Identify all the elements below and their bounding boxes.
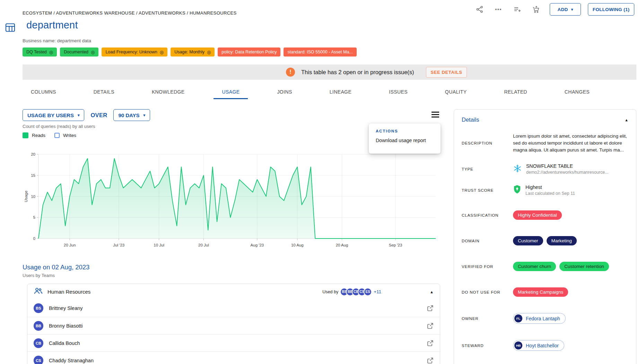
following-button[interactable]: FOLLOWING (1) [588,3,634,16]
open-in-new-icon[interactable] [427,305,434,312]
steward-chip[interactable]: HB Hoyt Batchellor [513,340,564,351]
tab-joins[interactable]: JOINS [269,85,300,99]
domain-tag[interactable]: Customer [513,236,543,245]
asset-page: ECOSYSTEM / ADVENTUREWORKS WAREHOUSE / A… [0,0,644,364]
avatar: HB [514,341,522,349]
tab-lineage[interactable]: LINEAGE [321,85,360,99]
top-actions: ⋯ ADD ▾ FOLLOWING (1) [476,3,634,16]
team-name: Human Resources [47,289,90,295]
user-name: Chaddy Stranaghan [49,358,94,363]
classification-tag[interactable]: Highly Confidential [513,210,562,220]
collapse-icon[interactable]: ▲ [625,118,628,122]
open-in-new-icon[interactable] [427,357,434,364]
actions-menu-heading: ACTIONS [369,123,441,133]
user-name: Brittney Sleany [49,305,83,311]
svg-text:Jul '23: Jul '23 [113,243,124,247]
menu-item-download-usage-report[interactable]: Download usage report [369,133,441,148]
seal-icon: ◎ [207,50,211,55]
reads-swatch [23,132,28,138]
avatar: CS [34,356,43,364]
detail-row-classification: CLASSIFICATION Highly Confidential [462,210,628,220]
metric-dropdown[interactable]: USAGE BY USERS ▾ [23,109,84,121]
avatar-overflow-count[interactable]: +11 [374,289,381,294]
add-to-list-icon[interactable] [513,5,521,14]
team-card-header[interactable]: Human Resources Used by BS BB CB CS ES +… [27,284,440,300]
used-by-label: Used by [322,289,338,294]
type-name[interactable]: SNOWFLAKE TABLE [526,163,609,169]
verified-tag[interactable]: Customer retention [559,262,609,271]
badge-policy[interactable]: policy: Data Retention Policy [218,47,280,57]
avatar[interactable]: ES [364,288,372,296]
badge-load-frequency[interactable]: Load Frequency: Unknown◎ [102,47,167,57]
field-label: OWNER [462,317,513,321]
writes-label: Writes [63,133,76,138]
share-icon[interactable] [476,5,484,14]
more-options-icon[interactable]: ⋯ [494,5,503,14]
tab-details[interactable]: DETAILS [85,85,123,99]
verified-tag[interactable]: Customer churn [513,262,556,271]
svg-text:10 Jul: 10 Jul [154,243,164,247]
svg-text:15: 15 [31,173,35,177]
detail-row-type: TYPE SNOWFLAKE TABLE demo2://adventurewo… [462,163,628,175]
usage-date-subtitle: Users by Teams [23,273,55,278]
table-icon [5,22,16,34]
add-to-cart-icon[interactable] [532,5,540,14]
svg-text:5: 5 [33,215,35,219]
avatar: BB [34,321,43,331]
detail-row-verified-for: VERIFIED FOR Customer churn Customer ret… [462,262,628,271]
svg-text:Aug '23: Aug '23 [251,243,264,247]
detail-row-owner: OWNER FL Fedora Lantaph [462,313,628,324]
tab-related[interactable]: RELATED [496,85,536,99]
badge-row: DQ Tested◎ Documented◎ Load Frequency: U… [23,47,357,57]
field-label: CLASSIFICATION [462,213,513,217]
field-label: DOMAIN [462,239,513,243]
trust-score-note: Last calculated on Sep 11 [525,191,575,196]
see-details-button[interactable]: SEE DETAILS [426,67,467,78]
open-in-new-icon[interactable] [427,322,434,329]
people-icon [34,287,43,296]
over-label: OVER [90,112,107,119]
trust-score-value: Highest [525,184,575,190]
breadcrumb[interactable]: ECOSYSTEM / ADVENTUREWORKS WAREHOUSE / A… [23,10,237,16]
svg-text:10 Aug: 10 Aug [291,243,304,247]
usage-date-title: Usage on 02 Aug, 2023 [23,263,89,271]
do-not-use-tag[interactable]: Marketing Campaigns [513,287,568,297]
detail-row-description: DESCRIPTION Lorem ipsum dolor sit amet, … [462,133,628,154]
owner-name: Fedora Lantaph [526,316,564,321]
usage-chart-svg: 0510152020 JunJul '2310 Jul20 JulAug '23… [23,149,438,250]
field-label: DESCRIPTION [462,141,513,145]
business-name: Business name: department data [23,38,91,43]
badge-documented[interactable]: Documented◎ [60,47,98,57]
add-button[interactable]: ADD ▾ [550,3,581,16]
chart-subtitle: Count of queries (reads) by all users [23,124,95,129]
tab-quality[interactable]: QUALITY [437,85,475,99]
open-in-new-icon[interactable] [427,340,434,347]
usage-controls: USAGE BY USERS ▾ OVER 90 DAYS ▾ [23,109,150,121]
writes-checkbox[interactable] [54,133,60,138]
field-label: TYPE [462,167,513,171]
tab-columns[interactable]: COLUMNS [23,85,64,99]
badge-dq-tested[interactable]: DQ Tested◎ [23,47,57,57]
domain-tag[interactable]: Marketing [547,236,577,245]
field-label: STEWARD [462,344,513,348]
description-text: Lorem ipsum dolor sit amet, consectetur … [513,133,628,154]
tab-usage[interactable]: USAGE [214,85,248,99]
tab-knowledge[interactable]: KNOWLEDGE [143,85,193,99]
badge-usage-monthly[interactable]: Usage: Monthly◎ [171,47,215,57]
tab-changes[interactable]: CHANGES [556,85,598,99]
collapse-icon[interactable]: ▲ [430,290,434,294]
tab-issues[interactable]: ISSUES [381,85,416,99]
issues-alert-bar: ! This table has 2 open or in progress i… [23,64,636,80]
chevron-down-icon: ▾ [143,113,146,117]
table-row: CS Chaddy Stranaghan [27,352,440,364]
chart-legend: Reads Writes [23,132,76,138]
owner-chip[interactable]: FL Fedora Lantaph [513,313,566,324]
chart-menu-icon[interactable] [432,112,439,119]
detail-row-do-not-use-for: DO NOT USE FOR Marketing Campaigns [462,287,628,297]
svg-text:20 Jul: 20 Jul [198,243,209,247]
badge-standard[interactable]: standard: ISO 55000 - Asset Ma... [284,47,356,57]
svg-text:20 Jun: 20 Jun [64,243,76,247]
type-path: demo2://adventureworks/humanresource... [526,170,609,175]
range-dropdown[interactable]: 90 DAYS ▾ [113,109,150,121]
seal-icon: ◎ [49,50,53,55]
